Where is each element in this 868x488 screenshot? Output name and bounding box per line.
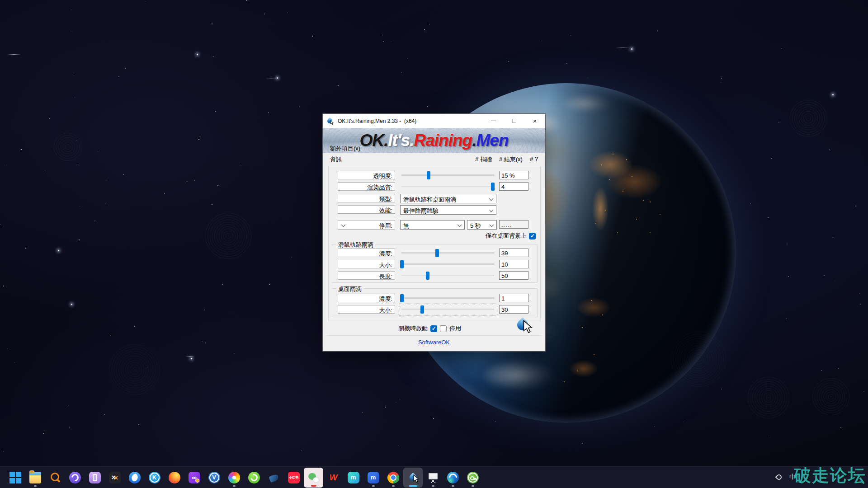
file-explorer-icon	[29, 472, 41, 483]
footer-disable-checkbox[interactable]	[440, 325, 447, 332]
slider-thumb[interactable]	[400, 294, 404, 302]
running-indicator	[472, 485, 474, 487]
performance-label: 效能:	[338, 205, 395, 214]
taskbar-wps-office-icon[interactable]: W	[324, 468, 343, 488]
menu-item-extras[interactable]: 額外項目(x)	[326, 143, 364, 154]
taskbar-kugou-music-icon[interactable]: K	[145, 468, 164, 488]
only-on-desktop-row: 僅在桌面背景上	[486, 232, 536, 240]
quark-browser-icon	[69, 472, 81, 483]
desktop-size-value[interactable]: 30	[499, 305, 528, 314]
taskbar-screen-monitor-icon[interactable]	[423, 468, 443, 488]
desktop-density-slider[interactable]	[400, 294, 495, 303]
trail-length-value[interactable]: 50	[499, 271, 528, 280]
disable-interval-dropdown[interactable]: 5 秒	[467, 220, 497, 230]
tray-app-icon[interactable]	[775, 473, 783, 481]
maxthon-blue-icon: m	[368, 472, 379, 483]
taskbar-chrome-icon[interactable]	[383, 468, 403, 488]
taskbar-start-icon[interactable]	[5, 468, 25, 488]
taskbar-file-explorer-icon[interactable]	[25, 468, 45, 488]
performance-dropdown[interactable]: 最佳降雨體驗	[400, 205, 496, 215]
trail-length-label: 長度:	[338, 271, 395, 280]
taskbar-x-app-icon[interactable]: ×	[105, 468, 124, 488]
slider-thumb[interactable]	[400, 260, 404, 268]
banner-segment: It's	[388, 131, 410, 150]
decorative-ring	[811, 376, 851, 417]
slider-track	[401, 275, 494, 276]
trail-density-label: 濃度:	[338, 249, 395, 257]
slider-thumb[interactable]	[426, 272, 429, 280]
taskbar-raining-men-icon[interactable]	[403, 468, 423, 488]
trail-density-value[interactable]: 39	[499, 249, 528, 257]
slider-track	[401, 186, 494, 187]
v-browser-icon: V	[208, 472, 220, 483]
maxthon-teal-icon: m	[348, 472, 359, 483]
disable-mode-dropdown[interactable]: 無	[400, 220, 465, 230]
type-dropdown[interactable]: 滑鼠軌跡和桌面雨滴	[400, 194, 496, 203]
decorative-ring	[789, 99, 827, 137]
softwareok-link[interactable]: SoftwareOK	[418, 339, 450, 346]
slider-thumb[interactable]	[491, 183, 495, 191]
taskbar-v-browser-icon[interactable]: V	[204, 468, 224, 488]
running-indicator	[392, 485, 395, 487]
banner-segment: .	[410, 131, 414, 150]
close-button[interactable]: ×	[524, 114, 545, 128]
taskbar-edge-icon[interactable]	[443, 468, 462, 488]
render-quality-slider[interactable]	[400, 182, 495, 191]
transparency-label: 透明度:	[338, 171, 395, 179]
minimize-button[interactable]	[483, 114, 504, 128]
taskbar-search-icon[interactable]	[45, 468, 65, 488]
taskbar-magic-infinity-icon[interactable]: ∞	[184, 468, 204, 488]
running-indicator	[233, 485, 236, 487]
menu-item-donate[interactable]: # 捐贈	[472, 154, 495, 165]
taskbar-keepass-icon[interactable]	[463, 468, 482, 488]
only-on-desktop-label: 僅在桌面背景上	[486, 232, 527, 240]
taskbar-360-speed-browser-icon[interactable]	[244, 468, 264, 488]
render-quality-value[interactable]: 4	[499, 182, 528, 191]
minimize-icon	[491, 121, 496, 121]
phone-link-icon	[89, 472, 101, 483]
taskbar-wechat-icon[interactable]	[304, 468, 323, 488]
wechat-icon	[308, 472, 320, 483]
trail-size-slider[interactable]	[400, 260, 495, 269]
slider-thumb[interactable]	[427, 171, 430, 179]
disable-extra-field[interactable]: .....	[499, 220, 528, 229]
render-quality-label: 渲染品質:	[338, 182, 395, 191]
maximize-button[interactable]	[504, 114, 524, 128]
mouse-cursor-icon	[523, 320, 533, 334]
desktop-density-value[interactable]: 1	[499, 294, 528, 302]
window-titlebar[interactable]: OK.It's.Raining.Men 2.33 - (x64) ×	[323, 114, 545, 128]
desktop-drops-group-title: 桌面雨滴	[336, 285, 363, 293]
taskbar-maxthon-blue-icon[interactable]: m	[363, 468, 383, 488]
transparency-value[interactable]: 15 %	[499, 171, 528, 179]
mouse-trail-group-title: 滑鼠軌跡雨滴	[336, 241, 375, 249]
decorative-ring	[53, 132, 82, 161]
taskbar-quark-browser-icon[interactable]	[65, 468, 85, 488]
trail-density-slider[interactable]	[400, 249, 495, 258]
taskbar-maxthon-teal-icon[interactable]: m	[344, 468, 363, 488]
taskbar-xiaohongshu-icon[interactable]: 小红书	[284, 468, 303, 488]
trail-length-slider[interactable]	[400, 271, 495, 280]
slider-track	[401, 252, 494, 253]
taskbar-360-browser-icon[interactable]	[224, 468, 244, 488]
trail-size-value[interactable]: 10	[499, 260, 528, 268]
slider-thumb[interactable]	[435, 249, 439, 257]
slider-thumb[interactable]	[420, 305, 424, 314]
menu-item-help[interactable]: # ?	[526, 154, 542, 165]
decorative-ring	[669, 330, 728, 389]
disable-label-combo[interactable]: 停用:	[338, 220, 395, 230]
only-on-desktop-checkbox[interactable]	[529, 233, 536, 239]
desktop-size-slider[interactable]	[400, 305, 495, 314]
menu-item-quit[interactable]: # 結束(x)	[495, 154, 526, 165]
desktop: OK.It's.Raining.Men 2.33 - (x64) × OK.It…	[0, 0, 868, 488]
slider-track	[401, 309, 494, 310]
autostart-checkbox[interactable]	[430, 325, 437, 332]
taskbar-blue-horn-app-icon[interactable]	[264, 468, 283, 488]
taskbar-firefox-icon[interactable]	[165, 468, 184, 488]
transparency-slider[interactable]	[400, 171, 495, 180]
footer-disable-label: 停用	[449, 324, 461, 333]
eagle-browser-icon	[129, 472, 141, 483]
menu-right: # 捐贈# 結束(x)# ?	[472, 154, 542, 165]
taskbar-eagle-browser-icon[interactable]	[125, 468, 144, 488]
taskbar-phone-link-icon[interactable]	[85, 468, 104, 488]
menu-item-info[interactable]: 資訊	[326, 154, 364, 165]
